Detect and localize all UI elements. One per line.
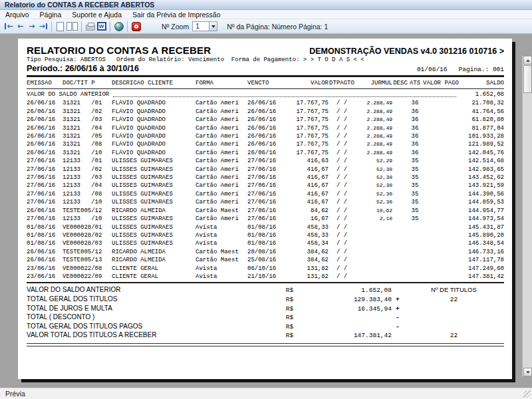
column-header: DOC/TIT P	[63, 79, 112, 89]
previous-page-button[interactable]: ←	[15, 21, 25, 33]
totals-row: TOTAL GERAL DOS TITULOSR$129.383,40+22	[27, 295, 504, 305]
cell: Cartão Maest	[196, 256, 247, 264]
cell	[392, 132, 408, 140]
close-preview-button[interactable]	[131, 21, 141, 33]
menu-pagina[interactable]: Página	[35, 11, 67, 19]
cell: CLIENTE GERAL	[112, 273, 196, 281]
scroll-up-button[interactable]	[523, 56, 532, 65]
cell: 26/06/16	[247, 149, 285, 157]
toolbar-separator	[110, 21, 110, 32]
cell: 416,63	[285, 157, 329, 165]
cell: 147.249,60	[459, 265, 504, 273]
next-page-button[interactable]: →	[27, 21, 37, 33]
cell: / /	[329, 140, 355, 148]
vertical-scrollbar[interactable]	[522, 56, 532, 376]
cell: 146.348,54	[459, 239, 504, 247]
cell: 17.767,75	[285, 116, 329, 124]
cell	[392, 174, 408, 182]
titulos-count: 22	[404, 296, 504, 305]
cell: 31321 /04	[63, 124, 112, 132]
cell: 01/08/16	[247, 223, 285, 231]
cell: FLÁVIO QUADRADO	[112, 132, 196, 140]
totals-row: VALOR DO SALDO ANTERIORR$1.652,08Nº DE T…	[27, 286, 504, 295]
cell: / /	[329, 132, 355, 140]
cell	[422, 265, 459, 273]
totals-value: 129.383,40	[306, 296, 392, 305]
cell: 31321 /08	[63, 140, 112, 148]
preview-area: RELATORIO DO CONTAS A RECEBER DEMONSTRAÇ…	[0, 34, 532, 388]
app-window: Relatorio do CONTAS A RECEBER ABERTOS Ar…	[0, 0, 532, 399]
close-icon	[132, 22, 141, 31]
toolbar-separator	[81, 21, 82, 32]
cell	[392, 140, 408, 148]
cell: 52,30	[355, 198, 392, 206]
menu-sair-previa[interactable]: Sair da Prévia de Impressão	[127, 11, 225, 19]
cell: 35	[408, 174, 422, 182]
table-row: 01/08/16VE000028/03ULISSES GUIMARAESAvis…	[27, 239, 504, 247]
resize-grip[interactable]	[523, 390, 531, 398]
cell: Avista	[196, 231, 247, 239]
cell: 27/06/16	[27, 166, 63, 174]
totals-row: TOTAL GERAL DOS TITULOS PAGOSR$-	[27, 323, 504, 332]
cell: / /	[329, 174, 355, 182]
zoom-select[interactable]: 1	[192, 21, 217, 31]
cell: 21/10/16	[247, 273, 285, 281]
totals-currency: R$	[286, 314, 306, 323]
column-header: DESCRICAO CLIENTE	[112, 79, 196, 89]
column-header: EMISSAO	[27, 79, 63, 89]
cell: ULISSES GUIMARAES	[112, 190, 196, 198]
table-row: 27/06/1612133 /10ULISSES GUIMARAESCartão…	[27, 215, 504, 223]
cell: 26/06/16	[27, 132, 63, 140]
cell: VE000028/02	[63, 231, 112, 239]
cell: / /	[329, 231, 355, 239]
cell: 17.767,75	[285, 108, 329, 116]
column-header: FORMA	[196, 79, 247, 89]
cell: 17.767,75	[285, 140, 329, 148]
cell: 26/06/16	[247, 99, 285, 107]
cell: 2.288,49	[355, 140, 392, 148]
cell	[408, 231, 422, 239]
cell: Cartão Maest	[196, 248, 247, 256]
cell: Cartão Ameri	[196, 124, 247, 132]
one-page-view-button[interactable]	[55, 21, 65, 33]
cell: 384,62	[285, 256, 329, 264]
cell: 26/06/16	[27, 116, 63, 124]
scroll-down-button[interactable]	[523, 368, 532, 376]
internet-button[interactable]	[114, 21, 124, 33]
cell: 23/06/16	[27, 265, 63, 273]
menu-suporte-ajuda[interactable]: Suporte e Ajuda	[66, 11, 127, 19]
cell: 2.288,49	[355, 108, 392, 116]
cell: / /	[329, 223, 355, 231]
cell: 26/06/16	[27, 108, 63, 116]
cell	[392, 248, 408, 256]
cell: 81.877,04	[459, 124, 504, 132]
cell: RICARDO ALMEIDA	[112, 256, 196, 264]
menu-arquivo[interactable]: Arquivo	[0, 11, 35, 19]
export-word-button[interactable]: W	[96, 21, 106, 33]
print-button[interactable]	[85, 21, 95, 33]
table-row: 26/06/16TESTE005/13RICARDO ALMEIDACartão…	[27, 256, 504, 264]
cell: 458,33	[285, 231, 329, 239]
zoom-dropdown-button[interactable]	[209, 22, 217, 31]
two-page-view-button[interactable]	[66, 21, 78, 33]
cell: Cartão Ameri	[196, 157, 247, 165]
first-page-button[interactable]: ←	[4, 21, 14, 33]
cell: 23/06/16	[27, 273, 63, 281]
report-company: DEMONSTRAÇÃO VENDAS v4.0 301216 010716 >	[309, 47, 504, 56]
cell	[422, 166, 459, 174]
cell: 12133 /10	[63, 198, 112, 206]
cell	[422, 157, 459, 165]
cell: 144.954,77	[459, 207, 504, 215]
cell	[422, 248, 459, 256]
cell: 06/10/16	[247, 265, 285, 273]
cell	[408, 265, 422, 273]
zoom-label: Nº Zoom	[162, 23, 189, 31]
scrollbar-thumb[interactable]	[523, 65, 532, 93]
totals-row: VALOR TOTAL DOS TITULOS A RECEBERR$147.3…	[27, 331, 504, 340]
cell: 27/06/16	[247, 182, 285, 190]
cell: 52,29	[355, 157, 392, 165]
cell: 384,62	[285, 248, 329, 256]
cell: 416,67	[285, 174, 329, 182]
totals-currency: R$	[286, 287, 306, 295]
last-page-button[interactable]: →	[38, 21, 48, 33]
